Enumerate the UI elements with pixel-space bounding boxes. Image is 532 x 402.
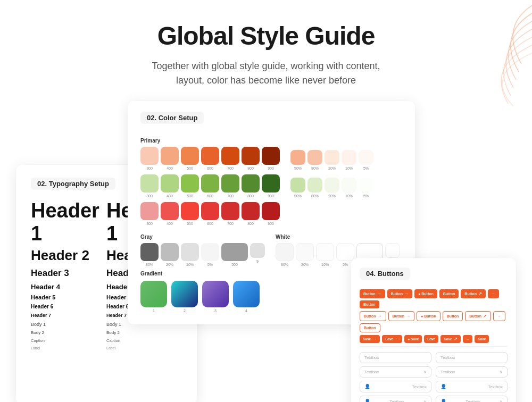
- btn-small-4[interactable]: Save: [424, 335, 438, 343]
- green-400: 400: [161, 174, 179, 198]
- caption-col2: Caption: [106, 338, 182, 343]
- button-row-3: Save → Save → ● Save Save Save ↗ → Save: [360, 335, 508, 343]
- green-800: 800: [242, 174, 260, 198]
- swatch-80pct: 80%: [307, 150, 322, 170]
- btn-small-6[interactable]: →: [463, 335, 473, 343]
- textbox-dropdown-1[interactable]: Textbox ∨: [360, 366, 431, 378]
- green-90pct: 90%: [290, 178, 305, 198]
- swatch-600: 600: [201, 147, 219, 170]
- textbox-icon-dropdown-2[interactable]: 👤 Textbox ∨: [436, 396, 508, 402]
- btn-filled-2[interactable]: Button →: [387, 289, 413, 298]
- btn-outline-6[interactable]: →: [493, 311, 505, 321]
- red-800: 800: [242, 202, 260, 225]
- typo-row-caption: Caption Caption: [31, 337, 182, 343]
- chevron-down-icon-3: ∨: [423, 399, 427, 403]
- label-col1: Label: [31, 346, 106, 350]
- btn-small-5[interactable]: Save ↗: [440, 335, 460, 343]
- btn-small-7[interactable]: Save: [475, 335, 489, 343]
- red-600: 600: [201, 202, 219, 225]
- textbox-icon-dropdown-1[interactable]: 👤 Textbox ∨: [360, 396, 431, 402]
- btn-filled-4[interactable]: Button: [439, 289, 459, 298]
- swatch-5pct: 5%: [359, 150, 373, 170]
- green-500: 500: [181, 174, 199, 198]
- swatch-800: 800: [242, 147, 260, 170]
- gradient-2: 2: [171, 281, 198, 313]
- gray-200: 10%: [181, 243, 199, 266]
- textbox-row-1: Textbox Textbox: [360, 352, 508, 363]
- textbox-section: Textbox Textbox Textbox ∨ Textbox ∨ 👤: [360, 352, 508, 402]
- btn-outline-4[interactable]: Button: [443, 311, 463, 321]
- page-header: Global Style Guide Together with global …: [0, 0, 532, 98]
- textbox-icon-2[interactable]: 👤 Textbox: [436, 381, 508, 392]
- btn-filled-7[interactable]: Button: [360, 300, 379, 308]
- textbox-row-2: Textbox ∨ Textbox ∨: [360, 366, 508, 378]
- user-icon-4: 👤: [440, 399, 446, 402]
- textbox-row-4: 👤 Textbox ∨ 👤 Textbox ∨: [360, 396, 508, 402]
- textbox-2[interactable]: Textbox: [436, 352, 508, 363]
- btn-outline-1[interactable]: Button →: [360, 311, 386, 321]
- red-swatches: 300 400 500 600 700 800: [140, 202, 402, 225]
- chevron-down-icon: ∨: [423, 370, 427, 374]
- btn-small-3[interactable]: ● Save: [404, 335, 422, 343]
- header6-col1: Header 6: [31, 304, 106, 309]
- page-title: Global Style Guide: [11, 21, 521, 51]
- btn-filled-3[interactable]: ● Button: [414, 289, 437, 298]
- textbox-1[interactable]: Textbox: [360, 352, 431, 363]
- buttons-card-label: 04. Buttons: [360, 267, 410, 280]
- btn-small-1[interactable]: Save →: [360, 335, 380, 343]
- typo-row-label: Label Label: [31, 345, 182, 350]
- btn-outline-7[interactable]: Button: [360, 323, 380, 332]
- textbox-dropdown-2[interactable]: Textbox ∨: [436, 366, 508, 378]
- header3-col1: Header 3: [31, 268, 106, 279]
- gray-light: 9: [250, 243, 265, 266]
- btn-outline-3[interactable]: ● Button: [417, 311, 440, 321]
- white-10: 10%: [316, 243, 334, 266]
- green-900: 900: [262, 174, 280, 198]
- gray-100: 5%: [201, 243, 219, 266]
- header2-col1: Header 2: [31, 247, 106, 264]
- swatch-500: 500: [181, 147, 199, 170]
- cards-area: 02. Typography Setup Header 1 Header 1 H…: [0, 101, 532, 402]
- green-300: 300: [140, 174, 159, 198]
- swatch-400: 400: [161, 147, 179, 170]
- green-swatches: 300 400 500 600 700 800: [140, 174, 402, 198]
- body1-col1: Body 1: [31, 322, 106, 327]
- btn-filled-1[interactable]: Button →: [360, 289, 385, 298]
- gray-500: 80%: [140, 243, 159, 266]
- swatch-20pct: 20%: [325, 150, 339, 170]
- green-600: 600: [201, 174, 219, 198]
- header4-col1: Header 4: [31, 283, 106, 291]
- user-icon: 👤: [364, 384, 370, 389]
- typo-row-body2: Body 2 Body 2: [31, 329, 182, 335]
- swatch-90pct: 90%: [290, 150, 305, 170]
- color-card-label: 02. Color Setup: [140, 112, 204, 124]
- green-80pct: 80%: [307, 178, 322, 198]
- header5-col1: Header 5: [31, 294, 106, 300]
- gray-300: 20%: [161, 243, 179, 266]
- user-icon-2: 👤: [440, 384, 446, 389]
- btn-small-2[interactable]: Save →: [382, 335, 402, 343]
- textbox-icon-1[interactable]: 👤 Textbox: [360, 381, 431, 392]
- user-icon-3: 👤: [364, 399, 370, 402]
- swatch-10pct: 10%: [342, 150, 356, 170]
- gradient-3: 3: [202, 281, 229, 313]
- red-700: 700: [221, 202, 239, 225]
- caption-col1: Caption: [31, 338, 106, 343]
- typography-card-label: 02. Typography Setup: [31, 178, 115, 190]
- btn-outline-2[interactable]: Button →: [388, 311, 415, 321]
- swatch-700: 700: [221, 147, 239, 170]
- btn-filled-6[interactable]: →: [488, 289, 499, 298]
- gradient-4: 4: [233, 281, 260, 313]
- white-20: 20%: [296, 243, 314, 266]
- white-80: 80%: [276, 243, 294, 266]
- body2-col1: Body 2: [31, 330, 106, 335]
- chevron-down-icon-4: ∨: [500, 399, 503, 403]
- button-row-2: Button → Button → ● Button Button Button…: [360, 311, 508, 332]
- btn-outline-5[interactable]: Button ↗: [465, 311, 491, 321]
- red-300: 300: [140, 202, 159, 225]
- red-500: 500: [181, 202, 199, 225]
- green-5pct: 5%: [359, 178, 373, 198]
- gray-base: 500: [221, 243, 248, 266]
- swatch-300: 300: [140, 147, 159, 170]
- btn-filled-5[interactable]: Button ↗: [461, 289, 486, 298]
